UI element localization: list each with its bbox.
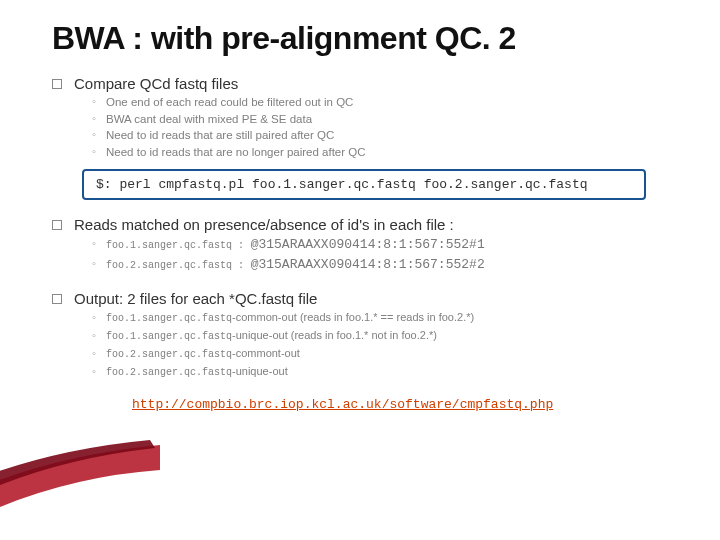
read-id: @315ARAAXX090414:8:1:567:552#2 <box>251 257 485 272</box>
output-suffix: -unique-out <box>232 329 288 341</box>
list-item: One end of each read could be filtered o… <box>92 94 680 111</box>
list-item: foo.2.sanger.qc.fastq-commont-out <box>92 345 680 363</box>
output-file: foo.1.sanger.qc.fastq <box>106 331 232 342</box>
output-suffix: -common-out <box>232 311 297 323</box>
source-link[interactable]: http://compbio.brc.iop.kcl.ac.uk/softwar… <box>132 397 680 412</box>
square-bullet-icon <box>52 79 62 89</box>
output-file: foo.1.sanger.qc.fastq <box>106 313 232 324</box>
slide-title: BWA : with pre-alignment QC. 2 <box>52 20 680 57</box>
list-item: Need to id reads that are no longer pair… <box>92 144 680 161</box>
compare-list: One end of each read could be filtered o… <box>92 94 680 161</box>
output-file: foo.2.sanger.qc.fastq <box>106 367 232 378</box>
read-file-label: foo.1.sanger.qc.fastq : <box>106 240 244 251</box>
list-item: BWA cant deal with mixed PE & SE data <box>92 111 680 128</box>
output-suffix: -commont-out <box>232 347 300 359</box>
output-note: (reads in foo.1.* == reads in foo.2.*) <box>297 311 474 323</box>
read-id: @315ARAAXX090414:8:1:567:552#1 <box>251 237 485 252</box>
read-file-label: foo.2.sanger.qc.fastq : <box>106 260 244 271</box>
list-item: foo.1.sanger.qc.fastq-unique-out (reads … <box>92 327 680 345</box>
section-heading: Output: 2 files for each *QC.fastq file <box>74 290 317 307</box>
list-item: foo.1.sanger.qc.fastq : @315ARAAXX090414… <box>92 235 680 256</box>
command-box: $: perl cmpfastq.pl foo.1.sanger.qc.fast… <box>82 169 646 200</box>
output-note: (reads in foo.1.* not in foo.2.*) <box>288 329 437 341</box>
list-item: foo.1.sanger.qc.fastq-common-out (reads … <box>92 309 680 327</box>
section-output: Output: 2 files for each *QC.fastq file <box>52 290 680 307</box>
list-item: foo.2.sanger.qc.fastq : @315ARAAXX090414… <box>92 255 680 276</box>
list-item: foo.2.sanger.qc.fastq-unique-out <box>92 363 680 381</box>
output-suffix: -unique-out <box>232 365 288 377</box>
decorative-swoosh-icon <box>0 440 180 540</box>
output-list: foo.1.sanger.qc.fastq-common-out (reads … <box>92 309 680 381</box>
output-file: foo.2.sanger.qc.fastq <box>106 349 232 360</box>
section-heading: Reads matched on presence/absence of id'… <box>74 216 454 233</box>
section-heading: Compare QCd fastq files <box>74 75 238 92</box>
list-item: Need to id reads that are still paired a… <box>92 127 680 144</box>
square-bullet-icon <box>52 294 62 304</box>
section-compare: Compare QCd fastq files <box>52 75 680 92</box>
section-reads: Reads matched on presence/absence of id'… <box>52 216 680 233</box>
square-bullet-icon <box>52 220 62 230</box>
reads-list: foo.1.sanger.qc.fastq : @315ARAAXX090414… <box>92 235 680 277</box>
